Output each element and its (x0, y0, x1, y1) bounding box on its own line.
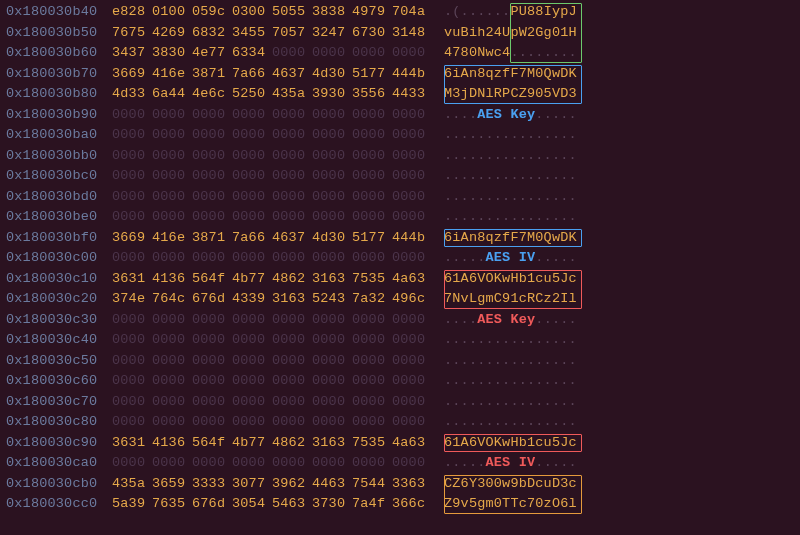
hex-byte: 0000 (272, 187, 306, 208)
address: 0x180030c50 (6, 351, 112, 372)
hex-byte: 0000 (312, 166, 346, 187)
hex-byte: 416e (152, 64, 186, 85)
hex-byte: 7535 (352, 433, 386, 454)
hex-byte: 0000 (232, 351, 266, 372)
hex-row: 0x180030c8000000000000000000000000000000… (6, 412, 794, 433)
ascii-dots: .(...... (444, 4, 510, 19)
ascii-column: ................ (444, 187, 594, 208)
hex-row: 0x180030bc000000000000000000000000000000… (6, 166, 794, 187)
address: 0x180030b60 (6, 43, 112, 64)
hex-byte: 676d (192, 289, 226, 310)
hex-byte: 0000 (272, 43, 306, 64)
address: 0x180030c60 (6, 371, 112, 392)
address: 0x180030cc0 (6, 494, 112, 515)
hex-byte: 4637 (272, 228, 306, 249)
hex-byte: 0000 (112, 105, 146, 126)
address: 0x180030c90 (6, 433, 112, 454)
hex-byte: 3077 (232, 474, 266, 495)
hex-byte: 496c (392, 289, 426, 310)
hex-byte: 0000 (192, 310, 226, 331)
hex-byte: 5055 (272, 2, 306, 23)
hex-bytes: 00000000000000000000000000000000 (112, 330, 426, 351)
hex-byte: 4862 (272, 269, 306, 290)
hex-bytes: 76754269683234557057324767303148 (112, 23, 426, 44)
address: 0x180030b90 (6, 105, 112, 126)
hex-byte: 0000 (352, 105, 386, 126)
hex-byte: 0000 (192, 412, 226, 433)
hex-byte: 0000 (312, 248, 346, 269)
hex-bytes: 435a3659333330773962446375443363 (112, 474, 426, 495)
hex-row: 0x180030bb000000000000000000000000000000… (6, 146, 794, 167)
hex-row: 0x180030c4000000000000000000000000000000… (6, 330, 794, 351)
hex-byte: 7544 (352, 474, 386, 495)
hex-byte: 0000 (272, 371, 306, 392)
hex-byte: 0000 (272, 392, 306, 413)
hex-bytes: 00000000000000000000000000000000 (112, 187, 426, 208)
hex-byte: 3631 (112, 269, 146, 290)
hex-byte: 0000 (112, 207, 146, 228)
hex-byte: 0000 (392, 310, 426, 331)
hex-byte: 4433 (392, 84, 426, 105)
address: 0x180030b50 (6, 23, 112, 44)
hex-byte: 0000 (152, 146, 186, 167)
hex-byte: 435a (112, 474, 146, 495)
ascii-column: ................ (444, 207, 594, 228)
address: 0x180030bb0 (6, 146, 112, 167)
hex-byte: 0000 (192, 248, 226, 269)
ascii-column: ....AES Key..... (444, 105, 594, 126)
ascii-dots: ................ (444, 414, 577, 429)
hex-dump: 0x180030b40e8280100059c03005055383849797… (0, 0, 800, 515)
hex-byte: 3631 (112, 433, 146, 454)
hex-byte: 4463 (312, 474, 346, 495)
hex-byte: 0000 (112, 412, 146, 433)
ascii-column: ................ (444, 166, 594, 187)
hex-byte: 0000 (232, 330, 266, 351)
hex-byte: 4a63 (392, 433, 426, 454)
hex-row: 0x180030bd000000000000000000000000000000… (6, 187, 794, 208)
hex-byte: 0000 (392, 105, 426, 126)
hex-byte: 0000 (152, 412, 186, 433)
hex-byte: 3333 (192, 474, 226, 495)
address: 0x180030bd0 (6, 187, 112, 208)
hex-row: 0x180030ca000000000000000000000000000000… (6, 453, 794, 474)
ascii-text: 61A6VOKwHb1cu5Jc (444, 435, 577, 450)
hex-bytes: 36314136564f4b774862316375354a63 (112, 433, 426, 454)
hex-byte: 0000 (112, 310, 146, 331)
hex-byte: 7a4f (352, 494, 386, 515)
address: 0x180030c30 (6, 310, 112, 331)
ascii-text: 6iAn8qzfF7M0QwDK (444, 230, 577, 245)
hex-byte: 0000 (152, 330, 186, 351)
ascii-column: M3jDNlRPCZ905VD3 (444, 84, 594, 105)
address: 0x180030cb0 (6, 474, 112, 495)
ascii-dots: ................ (444, 394, 577, 409)
hex-byte: 0000 (352, 248, 386, 269)
hex-bytes: 00000000000000000000000000000000 (112, 125, 426, 146)
hex-bytes: 00000000000000000000000000000000 (112, 392, 426, 413)
ascii-dots: ..... (535, 250, 577, 265)
hex-byte: 0000 (232, 412, 266, 433)
hex-row: 0x180030c3000000000000000000000000000000… (6, 310, 794, 331)
hex-byte: 3556 (352, 84, 386, 105)
hex-bytes: 36314136564f4b774862316375354a63 (112, 269, 426, 290)
hex-byte: 0000 (352, 187, 386, 208)
hex-byte: 366c (392, 494, 426, 515)
hex-byte: 0000 (192, 166, 226, 187)
ascii-dots: ................ (444, 209, 577, 224)
hex-row: 0x180030c7000000000000000000000000000000… (6, 392, 794, 413)
hex-byte: 0300 (232, 2, 266, 23)
hex-byte: 0000 (272, 105, 306, 126)
hex-bytes: 00000000000000000000000000000000 (112, 146, 426, 167)
hex-byte: 0000 (232, 166, 266, 187)
ascii-text: 7NvLgmC91cRCz2Il (444, 291, 577, 306)
hex-row: 0x180030b9000000000000000000000000000000… (6, 105, 794, 126)
hex-byte: 0000 (112, 248, 146, 269)
hex-byte: 0000 (112, 453, 146, 474)
ascii-dots: ................ (444, 148, 577, 163)
ascii-column: 7NvLgmC91cRCz2Il (444, 289, 594, 310)
hex-byte: 0000 (152, 125, 186, 146)
hex-byte: 0000 (232, 125, 266, 146)
address: 0x180030be0 (6, 207, 112, 228)
hex-byte: 7a66 (232, 64, 266, 85)
ascii-column: 61A6VOKwHb1cu5Jc (444, 433, 594, 454)
hex-byte: 4862 (272, 433, 306, 454)
